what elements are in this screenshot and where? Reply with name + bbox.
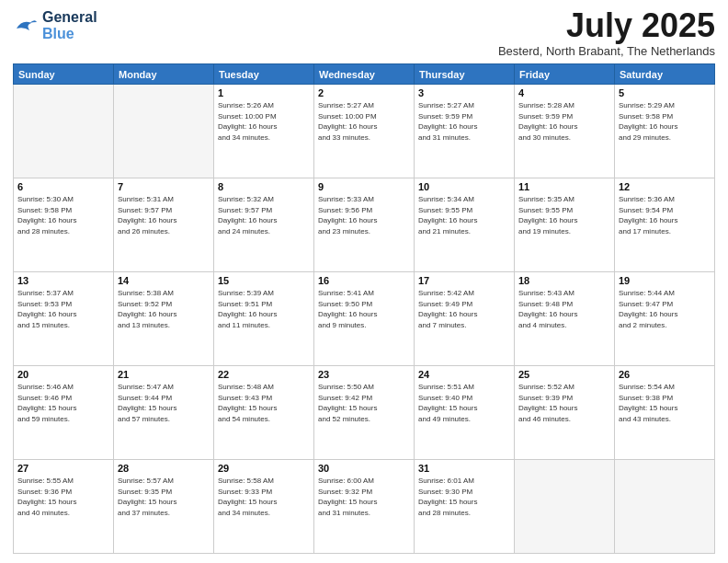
day-info: Sunrise: 5:37 AM Sunset: 9:53 PM Dayligh…	[17, 288, 109, 330]
day-info: Sunrise: 5:26 AM Sunset: 10:00 PM Daylig…	[218, 100, 310, 143]
day-cell-24: 23Sunrise: 5:50 AM Sunset: 9:42 PM Dayli…	[314, 366, 415, 460]
day-cell-33	[515, 460, 615, 554]
day-cell-25: 24Sunrise: 5:51 AM Sunset: 9:40 PM Dayli…	[415, 366, 515, 460]
day-info: Sunrise: 5:33 AM Sunset: 9:56 PM Dayligh…	[318, 194, 410, 236]
day-cell-8: 7Sunrise: 5:31 AM Sunset: 9:57 PM Daylig…	[114, 178, 214, 272]
day-info: Sunrise: 5:50 AM Sunset: 9:42 PM Dayligh…	[318, 382, 410, 424]
day-cell-3: 2Sunrise: 5:27 AM Sunset: 10:00 PM Dayli…	[314, 85, 415, 178]
location-subtitle: Besterd, North Brabant, The Netherlands	[498, 44, 715, 58]
day-number: 15	[218, 275, 310, 286]
day-info: Sunrise: 5:39 AM Sunset: 9:51 PM Dayligh…	[218, 288, 310, 330]
day-cell-32: 31Sunrise: 6:01 AM Sunset: 9:30 PM Dayli…	[415, 460, 515, 554]
logo: General Blue	[13, 9, 97, 41]
day-number: 31	[418, 463, 510, 474]
day-cell-17: 16Sunrise: 5:41 AM Sunset: 9:50 PM Dayli…	[314, 272, 415, 366]
day-number: 9	[318, 181, 410, 192]
day-info: Sunrise: 5:36 AM Sunset: 9:54 PM Dayligh…	[619, 194, 711, 236]
calendar-table: Sunday Monday Tuesday Wednesday Thursday…	[13, 63, 715, 554]
day-cell-27: 26Sunrise: 5:54 AM Sunset: 9:38 PM Dayli…	[615, 366, 715, 460]
day-cell-10: 9Sunrise: 5:33 AM Sunset: 9:56 PM Daylig…	[314, 178, 415, 272]
day-info: Sunrise: 6:01 AM Sunset: 9:30 PM Dayligh…	[418, 476, 510, 518]
day-number: 14	[118, 275, 210, 286]
day-number: 13	[17, 275, 109, 286]
day-number: 3	[418, 87, 510, 98]
day-info: Sunrise: 5:46 AM Sunset: 9:46 PM Dayligh…	[17, 382, 109, 424]
logo-text: General Blue	[42, 9, 97, 41]
week-row-5: 27Sunrise: 5:55 AM Sunset: 9:36 PM Dayli…	[14, 460, 715, 554]
page: General Blue July 2025 Besterd, North Br…	[0, 0, 728, 563]
day-cell-5: 4Sunrise: 5:28 AM Sunset: 9:59 PM Daylig…	[515, 85, 615, 178]
day-info: Sunrise: 5:27 AM Sunset: 10:00 PM Daylig…	[318, 100, 410, 143]
day-cell-15: 14Sunrise: 5:38 AM Sunset: 9:52 PM Dayli…	[114, 272, 214, 366]
day-cell-13: 12Sunrise: 5:36 AM Sunset: 9:54 PM Dayli…	[615, 178, 715, 272]
day-number: 21	[118, 369, 210, 380]
day-cell-22: 21Sunrise: 5:47 AM Sunset: 9:44 PM Dayli…	[114, 366, 214, 460]
day-info: Sunrise: 5:27 AM Sunset: 9:59 PM Dayligh…	[418, 100, 510, 143]
day-info: Sunrise: 5:31 AM Sunset: 9:57 PM Dayligh…	[118, 194, 210, 236]
day-info: Sunrise: 5:57 AM Sunset: 9:35 PM Dayligh…	[118, 476, 210, 518]
day-cell-14: 13Sunrise: 5:37 AM Sunset: 9:53 PM Dayli…	[14, 272, 114, 366]
day-cell-30: 29Sunrise: 5:58 AM Sunset: 9:33 PM Dayli…	[214, 460, 314, 554]
day-number: 26	[619, 369, 711, 380]
day-cell-2: 1Sunrise: 5:26 AM Sunset: 10:00 PM Dayli…	[214, 85, 314, 178]
day-number: 10	[418, 181, 510, 192]
col-saturday: Saturday	[615, 64, 715, 85]
day-cell-16: 15Sunrise: 5:39 AM Sunset: 9:51 PM Dayli…	[214, 272, 314, 366]
day-info: Sunrise: 5:51 AM Sunset: 9:40 PM Dayligh…	[418, 382, 510, 424]
day-info: Sunrise: 5:58 AM Sunset: 9:33 PM Dayligh…	[218, 476, 310, 518]
header: General Blue July 2025 Besterd, North Br…	[13, 9, 715, 58]
week-row-3: 13Sunrise: 5:37 AM Sunset: 9:53 PM Dayli…	[14, 272, 715, 366]
day-number: 28	[118, 463, 210, 474]
day-cell-12: 11Sunrise: 5:35 AM Sunset: 9:55 PM Dayli…	[515, 178, 615, 272]
day-number: 30	[318, 463, 410, 474]
month-title: July 2025	[498, 9, 715, 42]
col-friday: Friday	[515, 64, 615, 85]
day-info: Sunrise: 5:32 AM Sunset: 9:57 PM Dayligh…	[218, 194, 310, 236]
day-number: 24	[418, 369, 510, 380]
day-number: 5	[619, 87, 711, 98]
week-row-4: 20Sunrise: 5:46 AM Sunset: 9:46 PM Dayli…	[14, 366, 715, 460]
day-number: 2	[318, 87, 410, 98]
logo-icon	[13, 16, 39, 36]
day-cell-6: 5Sunrise: 5:29 AM Sunset: 9:58 PM Daylig…	[615, 85, 715, 178]
day-number: 12	[619, 181, 711, 192]
week-row-2: 6Sunrise: 5:30 AM Sunset: 9:58 PM Daylig…	[14, 178, 715, 272]
col-monday: Monday	[114, 64, 214, 85]
day-cell-9: 8Sunrise: 5:32 AM Sunset: 9:57 PM Daylig…	[214, 178, 314, 272]
day-cell-1	[114, 85, 214, 178]
title-block: July 2025 Besterd, North Brabant, The Ne…	[498, 9, 715, 58]
day-number: 18	[518, 275, 610, 286]
day-cell-20: 19Sunrise: 5:44 AM Sunset: 9:47 PM Dayli…	[615, 272, 715, 366]
day-cell-21: 20Sunrise: 5:46 AM Sunset: 9:46 PM Dayli…	[14, 366, 114, 460]
day-info: Sunrise: 5:48 AM Sunset: 9:43 PM Dayligh…	[218, 382, 310, 424]
day-info: Sunrise: 5:34 AM Sunset: 9:55 PM Dayligh…	[418, 194, 510, 236]
day-number: 27	[17, 463, 109, 474]
day-info: Sunrise: 5:54 AM Sunset: 9:38 PM Dayligh…	[619, 382, 711, 424]
day-number: 29	[218, 463, 310, 474]
week-row-1: 1Sunrise: 5:26 AM Sunset: 10:00 PM Dayli…	[14, 85, 715, 178]
day-cell-28: 27Sunrise: 5:55 AM Sunset: 9:36 PM Dayli…	[14, 460, 114, 554]
day-number: 19	[619, 275, 711, 286]
day-cell-23: 22Sunrise: 5:48 AM Sunset: 9:43 PM Dayli…	[214, 366, 314, 460]
day-number: 4	[518, 87, 610, 98]
day-info: Sunrise: 5:35 AM Sunset: 9:55 PM Dayligh…	[518, 194, 610, 236]
day-cell-26: 25Sunrise: 5:52 AM Sunset: 9:39 PM Dayli…	[515, 366, 615, 460]
day-info: Sunrise: 5:38 AM Sunset: 9:52 PM Dayligh…	[118, 288, 210, 330]
day-info: Sunrise: 5:28 AM Sunset: 9:59 PM Dayligh…	[518, 100, 610, 143]
day-number: 17	[418, 275, 510, 286]
day-info: Sunrise: 5:47 AM Sunset: 9:44 PM Dayligh…	[118, 382, 210, 424]
day-cell-29: 28Sunrise: 5:57 AM Sunset: 9:35 PM Dayli…	[114, 460, 214, 554]
day-number: 25	[518, 369, 610, 380]
day-info: Sunrise: 5:55 AM Sunset: 9:36 PM Dayligh…	[17, 476, 109, 518]
day-info: Sunrise: 5:29 AM Sunset: 9:58 PM Dayligh…	[619, 100, 711, 143]
day-info: Sunrise: 5:42 AM Sunset: 9:49 PM Dayligh…	[418, 288, 510, 330]
col-thursday: Thursday	[415, 64, 515, 85]
col-sunday: Sunday	[14, 64, 114, 85]
day-number: 8	[218, 181, 310, 192]
day-cell-0	[14, 85, 114, 178]
day-number: 20	[17, 369, 109, 380]
day-info: Sunrise: 5:43 AM Sunset: 9:48 PM Dayligh…	[518, 288, 610, 330]
day-number: 1	[218, 87, 310, 98]
day-info: Sunrise: 5:41 AM Sunset: 9:50 PM Dayligh…	[318, 288, 410, 330]
day-cell-19: 18Sunrise: 5:43 AM Sunset: 9:48 PM Dayli…	[515, 272, 615, 366]
